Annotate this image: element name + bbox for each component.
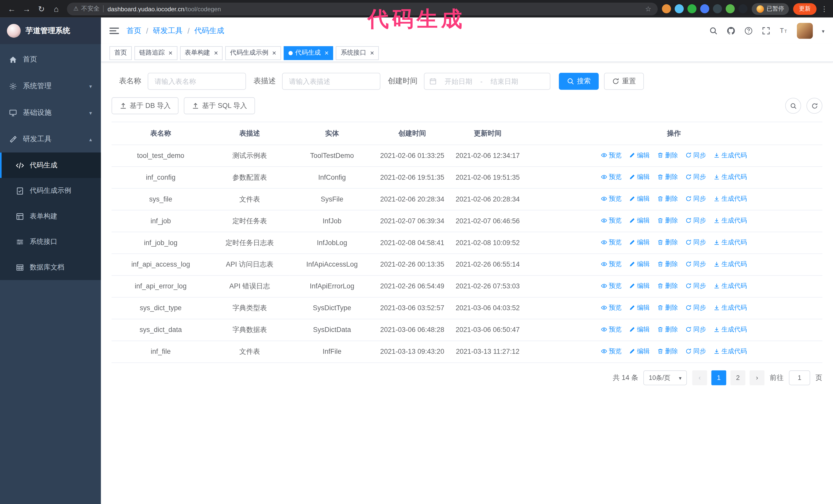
delete-link[interactable]: 删除 [657,345,678,357]
extension-icon[interactable] [687,4,696,13]
edit-link[interactable]: 编辑 [629,302,650,314]
sidebar-subitem-系统接口[interactable]: 系统接口 [0,229,101,254]
delete-link[interactable]: 删除 [657,302,678,314]
search-button[interactable]: 搜索 [559,73,598,90]
refresh-table-button[interactable] [806,98,822,114]
delete-link[interactable]: 删除 [657,171,678,183]
breadcrumb-item[interactable]: 首页 [126,26,141,35]
generate-code-link[interactable]: 生成代码 [714,215,747,226]
sidebar-subitem-数据库文档[interactable]: 数据库文档 [0,255,101,280]
preview-link[interactable]: 预览 [601,323,622,335]
extension-icon[interactable] [674,4,684,13]
tab-首页[interactable]: 首页 [110,46,132,60]
page-size-select[interactable]: 10条/页 ▾ [644,370,687,385]
star-icon[interactable]: ☆ [645,5,651,13]
import-sql-button[interactable]: 基于 SQL 导入 [184,97,255,114]
generate-code-link[interactable]: 生成代码 [714,323,747,335]
sync-link[interactable]: 同步 [685,323,706,335]
generate-code-link[interactable]: 生成代码 [714,280,747,292]
page-button-2[interactable]: 2 [731,370,745,385]
sidebar-item-基础设施[interactable]: 基础设施▾ [0,99,101,126]
start-date-input[interactable] [439,77,477,86]
import-db-button[interactable]: 基于 DB 导入 [112,97,178,114]
edit-link[interactable]: 编辑 [629,236,650,248]
breadcrumb-item[interactable]: 代码生成 [194,26,224,35]
extension-icon[interactable] [738,4,747,13]
sync-link[interactable]: 同步 [685,280,706,292]
sync-link[interactable]: 同步 [685,171,706,183]
preview-link[interactable]: 预览 [601,280,622,292]
extension-icon[interactable] [725,4,735,13]
sidebar-subitem-代码生成示例[interactable]: 代码生成示例 [0,178,101,203]
prev-page-button[interactable]: ‹ [692,370,707,385]
preview-link[interactable]: 预览 [601,236,622,248]
tab-close-icon[interactable]: × [214,49,218,56]
hamburger-icon[interactable] [110,28,119,34]
date-range-picker[interactable]: - [424,73,550,90]
sync-link[interactable]: 同步 [685,345,706,357]
preview-link[interactable]: 预览 [601,258,622,270]
breadcrumb-item[interactable]: 研发工具 [153,26,183,35]
edit-link[interactable]: 编辑 [629,149,650,161]
back-icon[interactable]: ← [5,2,18,15]
extension-icon[interactable] [713,4,722,13]
sync-link[interactable]: 同步 [685,236,706,248]
sidebar-item-系统管理[interactable]: 系统管理▾ [0,73,101,99]
toggle-search-button[interactable] [785,98,801,114]
sync-link[interactable]: 同步 [685,193,706,205]
preview-link[interactable]: 预览 [601,193,622,205]
search-icon[interactable] [709,27,718,35]
browser-home-icon[interactable]: ⌂ [50,2,63,15]
kebab-menu-icon[interactable]: ⋮ [821,5,828,13]
fullscreen-icon[interactable] [762,27,770,35]
generate-code-link[interactable]: 生成代码 [714,193,747,205]
tab-close-icon[interactable]: × [370,49,374,56]
user-avatar[interactable] [797,23,813,39]
paused-chip[interactable]: 已暂停 [752,3,789,15]
end-date-input[interactable] [485,77,523,86]
tab-表单构建[interactable]: 表单构建× [180,46,223,60]
generate-code-link[interactable]: 生成代码 [714,345,747,357]
extension-icon[interactable] [700,4,709,13]
edit-link[interactable]: 编辑 [629,215,650,226]
delete-link[interactable]: 删除 [657,236,678,248]
edit-link[interactable]: 编辑 [629,345,650,357]
tab-close-icon[interactable]: × [272,49,276,56]
generate-code-link[interactable]: 生成代码 [714,149,747,161]
preview-link[interactable]: 预览 [601,302,622,314]
table-name-input[interactable] [148,73,246,90]
goto-page-input[interactable] [789,370,810,385]
edit-link[interactable]: 编辑 [629,258,650,270]
edit-link[interactable]: 编辑 [629,280,650,292]
reload-icon[interactable]: ↻ [35,2,48,15]
tab-系统接口[interactable]: 系统接口× [336,46,379,60]
page-button-1[interactable]: 1 [711,370,726,385]
forward-icon[interactable]: → [20,2,33,15]
next-page-button[interactable]: › [750,370,765,385]
delete-link[interactable]: 删除 [657,258,678,270]
sync-link[interactable]: 同步 [685,215,706,226]
edit-link[interactable]: 编辑 [629,193,650,205]
sidebar-subitem-代码生成[interactable]: 代码生成 [0,152,101,178]
tab-close-icon[interactable]: × [325,49,329,56]
security-warning[interactable]: ⚠ 不安全 [73,5,99,13]
table-desc-input[interactable] [282,73,380,90]
caret-down-icon[interactable]: ▾ [822,28,824,34]
update-button[interactable]: 更新 [793,3,816,15]
generate-code-link[interactable]: 生成代码 [714,171,747,183]
preview-link[interactable]: 预览 [601,149,622,161]
sync-link[interactable]: 同步 [685,149,706,161]
preview-link[interactable]: 预览 [601,345,622,357]
generate-code-link[interactable]: 生成代码 [714,236,747,248]
sync-link[interactable]: 同步 [685,302,706,314]
sidebar-item-研发工具[interactable]: 研发工具▴ [0,126,101,152]
delete-link[interactable]: 删除 [657,323,678,335]
delete-link[interactable]: 删除 [657,215,678,226]
extension-icon[interactable] [662,4,671,13]
font-size-icon[interactable]: TT [780,27,788,35]
sidebar-item-首页[interactable]: 首页 [0,46,101,73]
help-icon[interactable] [744,27,753,35]
edit-link[interactable]: 编辑 [629,323,650,335]
delete-link[interactable]: 删除 [657,193,678,205]
reset-button[interactable]: 重置 [604,73,644,90]
